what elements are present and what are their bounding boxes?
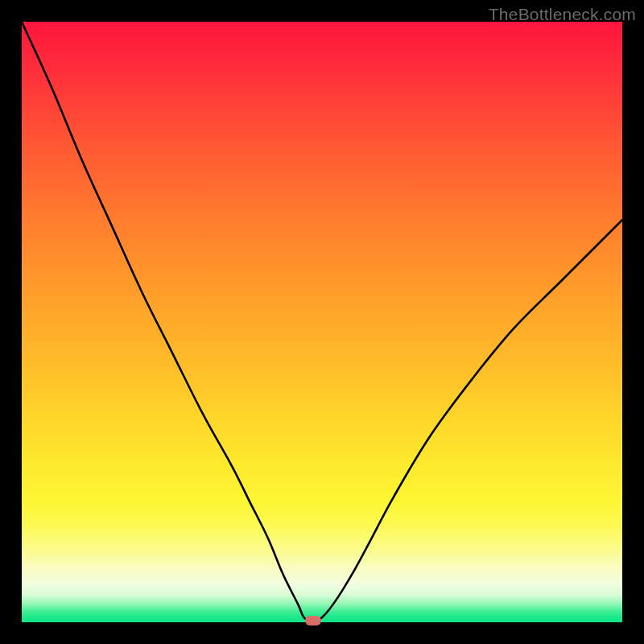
chart-frame: TheBottleneck.com — [0, 0, 644, 644]
watermark-text: TheBottleneck.com — [489, 5, 636, 24]
minimum-marker — [305, 616, 321, 625]
plot-area — [22, 22, 622, 622]
bottleneck-curve — [22, 22, 622, 622]
